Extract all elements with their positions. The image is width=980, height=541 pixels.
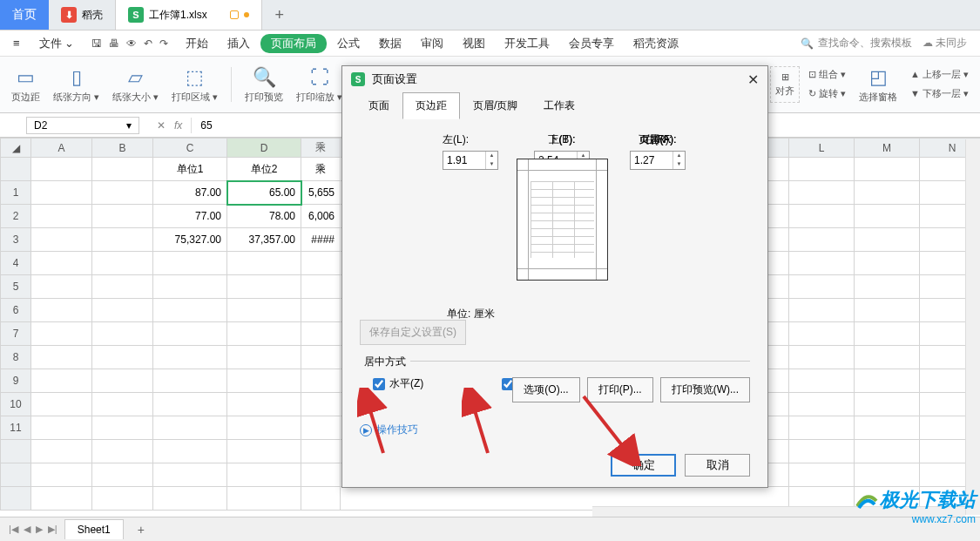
tab-home[interactable]: 首页 (0, 0, 49, 30)
name-box[interactable]: D2 ▾ (26, 117, 139, 134)
row-header[interactable]: 7 (1, 322, 31, 346)
menu-review[interactable]: 审阅 (412, 36, 452, 51)
sheet-prev-icon[interactable]: ◀ (24, 524, 30, 535)
spin-down-icon[interactable]: ▼ (673, 160, 685, 169)
tool-rotate[interactable]: ↻旋转 ▾ (804, 85, 850, 102)
ok-button[interactable]: 确定 (611, 454, 676, 477)
margin-left-input[interactable]: ▲▼ (443, 151, 498, 170)
fx-icon[interactable]: fx (174, 119, 182, 132)
col-E-partial[interactable]: 乘 (301, 139, 341, 158)
row-header[interactable]: 10 (1, 393, 31, 416)
col-A[interactable]: A (31, 139, 92, 158)
sheet-tab[interactable]: Sheet1 (64, 519, 124, 539)
cell[interactable]: #### (301, 228, 341, 252)
tool-margins[interactable]: ▭ 页边距 (7, 66, 44, 104)
col-L[interactable]: L (789, 139, 855, 158)
add-sheet-button[interactable]: + (131, 523, 152, 537)
margin-footer-value[interactable] (631, 152, 672, 169)
row-header[interactable]: 2 (1, 205, 31, 228)
header-cell-e[interactable]: 乘 (301, 158, 341, 181)
col-D[interactable]: D (227, 139, 301, 158)
command-search[interactable]: 🔍 查找命令、搜索模板 (801, 36, 912, 51)
tab-worksheet[interactable]: 工作表 (531, 92, 588, 119)
preview-icon[interactable]: 👁 (126, 37, 137, 50)
row-header[interactable]: 3 (1, 228, 31, 252)
tab-daoke[interactable]: ⬇ 稻壳 (49, 0, 115, 30)
tool-align[interactable]: ⊞ 对齐 (770, 66, 800, 103)
spin-up-icon[interactable]: ▲ (673, 152, 685, 160)
col-M[interactable]: M (855, 139, 920, 158)
add-tab-button[interactable]: + (262, 0, 297, 30)
undo-icon[interactable]: ↶ (144, 37, 152, 50)
tool-send-backward[interactable]: ▼下移一层 ▾ (906, 85, 973, 102)
menu-file[interactable]: 文件 ⌄ (30, 36, 84, 51)
col-C[interactable]: C (153, 139, 227, 158)
row-header[interactable]: 4 (1, 252, 31, 275)
tab-header-footer[interactable]: 页眉/页脚 (460, 92, 531, 119)
menu-insert[interactable]: 插入 (219, 36, 259, 51)
col-B[interactable]: B (92, 139, 153, 158)
row-header[interactable] (1, 440, 31, 463)
row-header[interactable]: 1 (1, 181, 31, 205)
cancel-edit-icon[interactable]: ✕ (157, 119, 166, 132)
tab-document[interactable]: S 工作簿1.xlsx (115, 0, 262, 30)
vertical-scrollbar[interactable] (965, 139, 980, 515)
menu-start[interactable]: 开始 (177, 36, 217, 51)
options-button[interactable]: 选项(O)... (512, 377, 579, 402)
print-button[interactable]: 打印(P)... (587, 377, 653, 402)
tool-print-area[interactable]: ⬚ 打印区域 ▾ (167, 66, 222, 104)
menu-vip[interactable]: 会员专享 (560, 36, 623, 51)
tool-print-preview[interactable]: 🔍 打印预览 (240, 66, 287, 104)
cell[interactable]: 6,006 (301, 205, 341, 228)
tool-orientation[interactable]: ▯ 纸张方向 ▾ (49, 66, 104, 104)
row-header[interactable]: 9 (1, 369, 31, 393)
tool-bring-forward[interactable]: ▲上移一层 ▾ (906, 66, 973, 83)
cell[interactable]: 75,327.00 (153, 228, 227, 252)
menu-hamburger[interactable]: ≡ (4, 37, 29, 50)
margin-left-value[interactable] (443, 152, 485, 169)
cell[interactable]: 37,357.00 (227, 228, 301, 252)
tool-selection-pane[interactable]: ◰ 选择窗格 (855, 66, 902, 104)
tab-page[interactable]: 页面 (355, 92, 402, 119)
tool-print-scale[interactable]: ⛶ 打印缩放 ▾ (292, 66, 347, 104)
header-cell-d[interactable]: 单位2 (227, 158, 301, 181)
menu-page-layout[interactable]: 页面布局 (260, 34, 327, 53)
checkbox-horizontal-input[interactable] (373, 378, 385, 390)
select-all-corner[interactable]: ◢ (1, 139, 31, 158)
cell[interactable]: 77.00 (153, 205, 227, 228)
sync-status[interactable]: ☁ 未同步 (914, 36, 976, 51)
redo-icon[interactable]: ↷ (159, 37, 168, 50)
row-header[interactable]: 5 (1, 275, 31, 299)
menu-devtools[interactable]: 开发工具 (496, 36, 558, 51)
header-cell-c[interactable]: 单位1 (153, 158, 227, 181)
cell[interactable]: 5,655 (301, 181, 341, 205)
row-header[interactable]: 6 (1, 299, 31, 322)
sheet-last-icon[interactable]: ▶| (48, 524, 57, 535)
sheet-next-icon[interactable]: ▶ (36, 524, 43, 535)
row-header[interactable]: 8 (1, 346, 31, 369)
selected-cell[interactable]: 65.00 (227, 181, 301, 205)
tool-group-btn[interactable]: ⊡组合 ▾ (804, 66, 850, 83)
row-header[interactable] (1, 487, 31, 511)
tips-link[interactable]: ▶ 操作技巧 (360, 423, 418, 437)
close-icon[interactable]: ✕ (747, 71, 759, 88)
sheet-first-icon[interactable]: |◀ (9, 524, 18, 535)
cell[interactable]: 87.00 (153, 181, 227, 205)
dialog-titlebar[interactable]: S 页面设置 ✕ (342, 66, 767, 92)
menu-formula[interactable]: 公式 (328, 36, 368, 51)
print-icon[interactable]: 🖶 (109, 37, 119, 50)
menu-data[interactable]: 数据 (370, 36, 410, 51)
spin-up-icon[interactable]: ▲ (486, 152, 497, 160)
save-icon[interactable]: 🖫 (91, 37, 102, 50)
row-header[interactable] (1, 463, 31, 487)
menu-view[interactable]: 视图 (454, 36, 494, 51)
margin-footer-input[interactable]: ▲▼ (630, 151, 686, 170)
row-header[interactable]: 11 (1, 416, 31, 440)
menu-resources[interactable]: 稻壳资源 (625, 36, 687, 51)
row-header-blank[interactable] (1, 158, 31, 181)
cell[interactable]: 78.00 (227, 205, 301, 228)
tool-size[interactable]: ▱ 纸张大小 ▾ (108, 66, 163, 104)
print-preview-button[interactable]: 打印预览(W)... (660, 377, 750, 402)
checkbox-horizontal[interactable]: 水平(Z) (373, 376, 423, 391)
cancel-button[interactable]: 取消 (685, 454, 750, 477)
